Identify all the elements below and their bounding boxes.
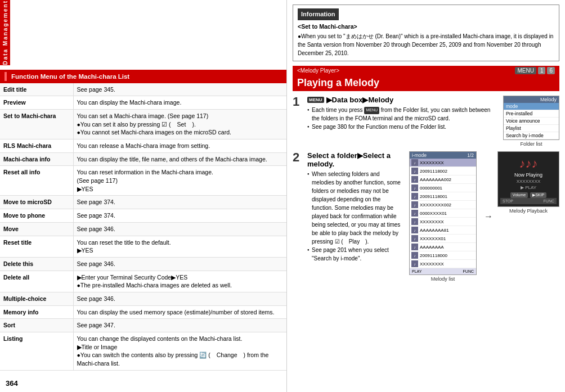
table-cell-label: Move to microSD	[0, 196, 73, 209]
melody-list-item[interactable]: ♪0000XXXX01	[410, 209, 476, 218]
menu-icon-step1: MENU	[307, 97, 324, 103]
folder-list-item[interactable]: Playlist	[504, 125, 559, 132]
table-row: RLS Machi-charaYou can release a Machi-c…	[0, 139, 286, 153]
table-cell-label: Edit title	[0, 83, 73, 96]
melody-list-item[interactable]: ♪XXXXXXX01	[410, 235, 476, 243]
table-cell-content: You can display the title, file name, an…	[73, 152, 286, 166]
step-2-title: Select a folder▶Select a melody.	[307, 151, 402, 168]
melody-list-caption: Melody list	[431, 276, 455, 282]
melody-list-item[interactable]: ♪20091118001	[410, 192, 476, 201]
table-cell-content: You can display the used memory space (e…	[73, 305, 286, 319]
melody-list-screen: i-mode 1/2 ♪XXXXXXXX♪20091118002♪AAAAAAA…	[409, 151, 477, 275]
melody-player-section: <Melody Player> MENU 1 6 Playing a Melod…	[293, 66, 559, 91]
table-row: ListingYou can change the displayed cont…	[0, 332, 286, 371]
folder-list-item[interactable]: Search by i-mode	[504, 132, 559, 139]
menu-num1: 1	[538, 67, 546, 74]
table-cell-label: Reset all info	[0, 166, 73, 196]
table-cell-label: Set to Machi-chara	[0, 109, 73, 139]
table-cell-content: You can set a Machi-chara image. (See pa…	[73, 109, 286, 139]
table-cell-label: Preview	[0, 96, 73, 110]
melody-section-header: <Melody Player> MENU 1 6	[293, 66, 559, 75]
melody-list-footer-left: PLAY	[412, 269, 421, 273]
folder-caption: Folder list	[520, 141, 542, 147]
step-2-bullet-1: When selecting folders and melodies by a…	[307, 170, 402, 246]
step-1-bullet-2: See page 380 for the Function menu of th…	[307, 123, 499, 131]
menu-num2: 6	[547, 67, 555, 74]
melody-list-item[interactable]: ♪XXXXXXXX	[410, 159, 476, 167]
arrow-to-playing: →	[484, 211, 493, 222]
melody-list-item[interactable]: ♪AAAAAAAA	[410, 243, 476, 251]
now-playing-footer: STOP FUNC	[500, 198, 557, 204]
table-cell-label: Reset title	[0, 236, 73, 257]
table-row: Delete all▶Enter your Terminal Security …	[0, 271, 286, 292]
folder-list-container: Melody modePre-installedVoice announcePl…	[503, 96, 559, 147]
melody-title: Playing a Melody	[293, 75, 559, 91]
folder-list-item[interactable]: mode	[504, 103, 559, 110]
info-title: <Set to Machi-chara>	[298, 22, 554, 31]
folder-list-item[interactable]: Pre-installed	[504, 110, 559, 118]
melody-list-container: i-mode 1/2 ♪XXXXXXXX♪20091118002♪AAAAAAA…	[406, 151, 479, 282]
melody-list-item[interactable]: ♪XXXXXXXX002	[410, 201, 476, 209]
table-row: Delete thisSee page 346.	[0, 257, 286, 271]
step-2-bullet-2: See page 201 when you select "Search by …	[307, 246, 402, 263]
left-panel: Data Management Function Menu of the Mac…	[0, 0, 287, 392]
step-2-row: 2 Select a folder▶Select a melody. When …	[293, 151, 559, 282]
folder-list-item[interactable]: Voice announce	[504, 118, 559, 125]
melody-list-items: ♪XXXXXXXX♪20091118002♪AAAAAAAA002♪000000…	[410, 159, 476, 268]
melody-list-item[interactable]: ♪XXXXXXXX	[410, 260, 476, 268]
menu-icon-inline: MENU	[364, 107, 379, 114]
table-cell-content: You can reset information in the Machi-c…	[73, 166, 286, 196]
table-cell-label: Multiple-choice	[0, 292, 73, 305]
table-row: Move to phoneSee page 374.	[0, 209, 286, 223]
table-cell-content: ▶Enter your Terminal Security Code▶YES●T…	[73, 271, 286, 292]
info-box: Information <Set to Machi-chara> ●When y…	[293, 4, 559, 61]
menu-badge: MENU	[515, 67, 536, 74]
table-cell-label: Move	[0, 222, 73, 236]
table-cell-label: Move to phone	[0, 209, 73, 223]
table-cell-content: See page 346.	[73, 222, 286, 236]
table-row: Machi-chara infoYou can display the titl…	[0, 152, 286, 166]
table-cell-label: Delete all	[0, 271, 73, 292]
melody-list-item[interactable]: ♪AAAAAAAA002	[410, 175, 476, 184]
table-row: Edit titleSee page 345.	[0, 83, 286, 96]
step-2-title-text: Select a folder▶Select a melody.	[307, 151, 402, 168]
melody-list-item[interactable]: ♪20091118000	[410, 251, 476, 260]
melody-list-item[interactable]: ♪AAAAAAAA81	[410, 226, 476, 235]
now-playing-control: ▶ PLAY	[521, 185, 536, 190]
volume-btn: Volume	[510, 192, 528, 198]
step-1-bullets: Each time you press MENU from the Folder…	[307, 106, 499, 131]
melody-list-footer: PLAY FUNC	[410, 268, 476, 274]
melody-list-header-left: i-mode	[412, 152, 427, 158]
melody-list-footer-right: FUNC	[463, 269, 474, 273]
step-1-content: MENU ▶Data box▶Melody Each time you pres…	[307, 96, 499, 131]
now-playing-file: XXXXXXXX	[517, 179, 541, 184]
step-1-title: MENU ▶Data box▶Melody	[307, 96, 499, 104]
table-row: Reset titleYou can reset the title to th…	[0, 236, 286, 257]
table-cell-content: You can reset the title to the default.▶…	[73, 236, 286, 257]
table-row: Multiple-choiceSee page 346.	[0, 292, 286, 305]
table-cell-content: See page 347.	[73, 319, 286, 332]
now-playing-btns: Volume ▶SKIP	[510, 192, 546, 198]
sidebar-label-text: Data Management	[2, 0, 8, 65]
melody-list-item[interactable]: ♪20091118002	[410, 167, 476, 175]
step-1-row: 1 MENU ▶Data box▶Melody Each time you pr…	[293, 96, 559, 147]
table-cell-label: RLS Machi-chara	[0, 139, 73, 153]
now-playing-box: ♪♪♪ Now Playing XXXXXXXX ▶ PLAY Volume ▶…	[497, 151, 559, 207]
melody-list-item[interactable]: ♪000000001	[410, 184, 476, 192]
table-row: SortSee page 347.	[0, 319, 286, 332]
table-cell-content: You can release a Machi-chara image from…	[73, 139, 286, 153]
table-row: MoveSee page 346.	[0, 222, 286, 236]
page-number: 364	[6, 379, 18, 388]
table-cell-content: See page 346.	[73, 292, 286, 305]
step-1-title-text: ▶Data box▶Melody	[326, 96, 394, 104]
table-row: Reset all infoYou can reset information …	[0, 166, 286, 196]
melody-playback-caption: Melody Playback	[509, 208, 548, 214]
table-cell-content: See page 374.	[73, 209, 286, 223]
step-2-number: 2	[293, 151, 303, 164]
function-menu-header: Function Menu of the Machi-chara List	[0, 70, 286, 83]
folder-list-screen: Melody modePre-installedVoice announcePl…	[503, 96, 559, 140]
skip-btn: ▶SKIP	[530, 192, 546, 198]
now-playing-notes: ♪♪♪	[519, 157, 538, 170]
melody-section-label: <Melody Player>	[297, 67, 339, 74]
melody-list-item[interactable]: ♪XXXXXXXX	[410, 218, 476, 226]
